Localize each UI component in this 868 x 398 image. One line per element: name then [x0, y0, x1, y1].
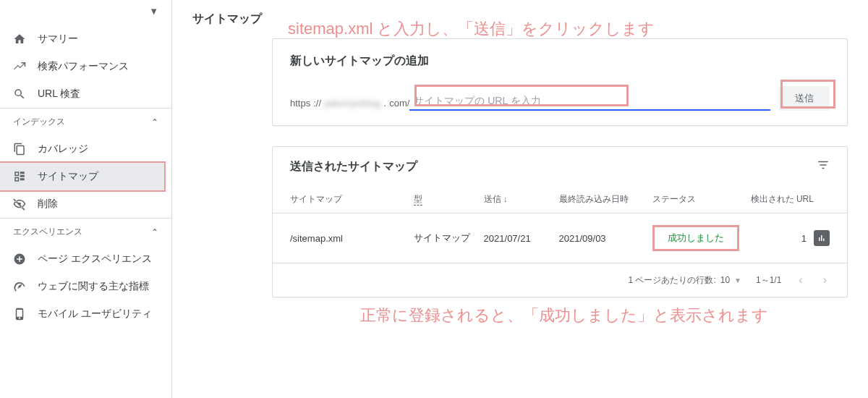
- pagination: 1 ページあたりの行数: 10 ▼ 1～1/1 ‹ ›: [273, 263, 847, 297]
- section-label: エクスペリエンス: [13, 226, 82, 238]
- table-row[interactable]: /sitemap.xml サイトマップ 2021/07/21 2021/09/0…: [273, 213, 847, 263]
- sidebar-item-coverage[interactable]: カバレッジ: [0, 135, 171, 163]
- main-content: サイトマップ sitemap.xml と入力し、「送信」をクリックします 新しい…: [172, 0, 868, 398]
- search-icon: [13, 88, 26, 101]
- sidebar-item-summary[interactable]: サマリー: [0, 25, 171, 53]
- sidebar: ▼ サマリー 検索パフォーマンス URL 検査 インデックス ⌃ カバレッジ サ…: [0, 0, 172, 398]
- plus-circle-icon: [13, 253, 26, 266]
- cell-status: 成功しました: [652, 213, 746, 263]
- sidebar-item-label: 検索パフォーマンス: [38, 60, 129, 73]
- prev-page-button[interactable]: ‹: [796, 274, 805, 287]
- sidebar-section-index[interactable]: インデックス ⌃: [0, 108, 171, 135]
- col-sent[interactable]: 送信 ↓: [484, 186, 559, 213]
- sidebar-item-label: カバレッジ: [38, 143, 88, 156]
- sidebar-item-removals[interactable]: 削除: [0, 190, 171, 218]
- filter-icon[interactable]: [817, 158, 830, 174]
- sidebar-item-web-vitals[interactable]: ウェブに関する主な指標: [0, 273, 171, 300]
- sidebar-item-page-experience[interactable]: ページ エクスペリエンス: [0, 245, 171, 273]
- gauge-icon: [13, 280, 26, 293]
- rows-per-page-label: 1 ページあたりの行数:: [628, 274, 715, 287]
- page-title: サイトマップ: [192, 7, 855, 38]
- sidebar-item-label: 削除: [38, 198, 58, 211]
- col-status[interactable]: ステータス: [652, 186, 746, 213]
- sidebar-item-label: URL 検査: [38, 88, 80, 101]
- copy-icon: [13, 143, 26, 156]
- rows-per-page-value[interactable]: 10: [720, 275, 730, 285]
- chart-button[interactable]: [814, 230, 830, 246]
- next-page-button[interactable]: ›: [820, 274, 830, 287]
- sidebar-item-label: サマリー: [38, 33, 78, 46]
- submitted-sitemaps-card: 送信されたサイトマップ サイトマップ 型 送信 ↓ 最終読み込み日時 ステータス…: [272, 146, 848, 297]
- card-title: 新しいサイトマップの追加: [290, 54, 830, 69]
- sidebar-item-performance[interactable]: 検索パフォーマンス: [0, 53, 171, 80]
- sidebar-item-url-inspect[interactable]: URL 検査: [0, 80, 171, 108]
- eye-off-icon: [13, 198, 26, 211]
- cell-lastread: 2021/09/03: [559, 213, 653, 263]
- cell-url-count: 1: [746, 213, 814, 263]
- col-type[interactable]: 型: [414, 186, 484, 213]
- trend-icon: [13, 60, 26, 73]
- sitemap-icon: [13, 170, 26, 183]
- chevron-up-icon: ⌃: [151, 227, 158, 237]
- col-urls[interactable]: 検出された URL: [746, 186, 814, 213]
- annotation-bottom: 正常に登録されると、「成功しました」と表示されます: [360, 304, 768, 327]
- sidebar-item-label: ページ エクスペリエンス: [38, 253, 152, 266]
- sitemap-url-input[interactable]: [409, 92, 770, 111]
- card-title: 送信されたサイトマップ: [290, 159, 417, 174]
- chevron-down-icon: ▼: [149, 6, 158, 17]
- sidebar-item-label: サイトマップ: [38, 170, 98, 183]
- cell-sent: 2021/07/21: [484, 213, 559, 263]
- sitemaps-table: サイトマップ 型 送信 ↓ 最終読み込み日時 ステータス 検出された URL /…: [273, 186, 847, 263]
- url-prefix: https://yakonyoblog.com/: [290, 98, 409, 111]
- chevron-down-icon[interactable]: ▼: [734, 276, 741, 284]
- sidebar-item-label: モバイル ユーザビリティ: [38, 308, 152, 321]
- col-lastread[interactable]: 最終読み込み日時: [559, 186, 653, 213]
- section-label: インデックス: [13, 116, 65, 128]
- sidebar-section-experience[interactable]: エクスペリエンス ⌃: [0, 218, 171, 245]
- mobile-icon: [13, 308, 26, 321]
- home-icon: [13, 33, 26, 46]
- cell-sitemap: /sitemap.xml: [273, 213, 414, 263]
- sidebar-item-mobile-usability[interactable]: モバイル ユーザビリティ: [0, 300, 171, 328]
- sort-desc-icon: ↓: [503, 195, 508, 203]
- sidebar-item-label: ウェブに関する主な指標: [38, 280, 149, 293]
- page-range: 1～1/1: [756, 274, 781, 287]
- chevron-up-icon: ⌃: [151, 117, 158, 127]
- col-sitemap[interactable]: サイトマップ: [273, 186, 414, 213]
- add-sitemap-card: 新しいサイトマップの追加 https://yakonyoblog.com/ 送信: [272, 38, 848, 126]
- property-selector[interactable]: ▼: [0, 3, 171, 25]
- cell-type: サイトマップ: [414, 213, 484, 263]
- submit-button[interactable]: 送信: [779, 86, 830, 111]
- sidebar-item-sitemaps[interactable]: サイトマップ: [0, 163, 164, 190]
